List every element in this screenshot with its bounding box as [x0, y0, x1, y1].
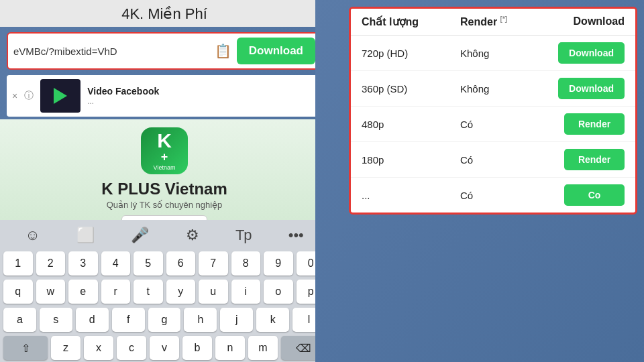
table-row: 360p (SD) Không Download	[351, 71, 635, 107]
table-row: 480p Có Render	[351, 107, 635, 142]
translate-key[interactable]: Тр	[230, 224, 257, 247]
key-f[interactable]: f	[112, 308, 145, 332]
key-h[interactable]: h	[184, 308, 217, 332]
action-360p: Download	[543, 78, 625, 99]
key-8[interactable]: 8	[231, 251, 261, 276]
key-7[interactable]: 7	[199, 251, 228, 276]
app-name: K PLUS Vietnam	[101, 180, 227, 198]
render-extra: Có	[460, 190, 543, 201]
ad-title: Video Facebook	[87, 86, 159, 97]
key-u[interactable]: u	[199, 280, 228, 304]
download-table: Chất lượng Render [*] Download 720p (HD)…	[349, 7, 637, 215]
key-a[interactable]: a	[3, 308, 36, 332]
quality-extra: ...	[362, 190, 460, 201]
key-n[interactable]: n	[215, 336, 245, 360]
app-icon-sub: Vietnam	[154, 164, 176, 171]
quality-360p: 360p (SD)	[362, 83, 460, 95]
action-180p: Render	[543, 149, 625, 170]
key-j[interactable]: j	[220, 308, 253, 332]
key-g[interactable]: g	[148, 308, 181, 332]
key-5[interactable]: 5	[133, 251, 163, 276]
table-row: 720p (HD) Không Download	[351, 36, 635, 71]
keyboard-zxcv-row: ⇧ z x c v b n m ⌫	[0, 334, 329, 362]
key-x[interactable]: x	[84, 336, 113, 360]
quality-480p: 480p	[362, 119, 460, 130]
clipboard-icon[interactable]: 📋	[215, 43, 231, 59]
key-t[interactable]: t	[133, 280, 163, 304]
keyboard-qwerty-row: q w e r t y u i o p	[0, 278, 329, 306]
key-2[interactable]: 2	[36, 251, 66, 276]
download-button-360p[interactable]: Download	[558, 78, 625, 99]
key-1[interactable]: 1	[3, 251, 33, 276]
settings-key[interactable]: ⚙	[180, 224, 205, 247]
render-720p: Không	[460, 48, 543, 59]
download-button-720p[interactable]: Download	[558, 42, 625, 64]
key-y[interactable]: y	[166, 280, 196, 304]
clipboard-key[interactable]: ⬜	[71, 224, 100, 247]
right-panel: Chất lượng Render [*] Download 720p (HD)…	[315, 0, 644, 362]
mic-key[interactable]: 🎤	[125, 224, 154, 247]
action-720p: Download	[543, 42, 625, 64]
close-icon[interactable]: ×	[12, 90, 17, 101]
key-z[interactable]: z	[51, 336, 80, 360]
render-480p: Có	[460, 119, 543, 130]
key-shift[interactable]: ⇧	[3, 336, 48, 360]
key-e[interactable]: e	[68, 280, 98, 304]
key-q[interactable]: q	[3, 280, 33, 304]
render-button-480p[interactable]: Render	[564, 113, 625, 135]
table-header: Chất lượng Render [*] Download	[351, 9, 635, 36]
quality-720p: 720p (HD)	[362, 48, 460, 59]
app-icon-plus: +	[161, 151, 168, 163]
key-r[interactable]: r	[101, 280, 131, 304]
play-icon	[54, 88, 67, 104]
key-b[interactable]: b	[182, 336, 212, 360]
key-c[interactable]: c	[117, 336, 146, 360]
emoji-key[interactable]: ☺	[19, 224, 45, 247]
key-9[interactable]: 9	[264, 251, 293, 276]
render-label: Render	[460, 16, 497, 27]
keyboard: ☺ ⬜ 🎤 ⚙ Тр ••• 1 2 3 4 5 6 7 8 9 0 q w e…	[0, 220, 329, 362]
col-header-render: Render [*]	[460, 15, 543, 28]
top-download-label: Download	[249, 44, 303, 57]
keyboard-number-row: 1 2 3 4 5 6 7 8 9 0	[0, 249, 329, 278]
left-panel: 4K. Miền Phí 📋 Download × ⓘ Video Facebo…	[0, 0, 329, 362]
ad-info: Video Facebook ...	[87, 86, 159, 106]
keyboard-asdf-row: a s d f g h j k l	[0, 306, 329, 334]
keyboard-special-row: ☺ ⬜ 🎤 ⚙ Тр •••	[0, 220, 329, 249]
app-icon-letter: K	[157, 131, 172, 151]
col-header-quality: Chất lượng	[362, 15, 460, 28]
render-button-extra[interactable]: Co	[564, 184, 625, 206]
key-s[interactable]: s	[40, 308, 72, 332]
render-180p: Có	[460, 154, 543, 166]
action-480p: Render	[543, 113, 625, 135]
ad-thumbnail	[40, 79, 80, 113]
key-d[interactable]: d	[76, 308, 109, 332]
page-title: 4K. Miền Phí	[0, 0, 329, 27]
key-k[interactable]: k	[256, 308, 289, 332]
action-extra: Co	[543, 184, 625, 206]
render-note: [*]	[500, 15, 508, 23]
url-input[interactable]	[13, 46, 209, 57]
key-o[interactable]: o	[264, 280, 293, 304]
key-w[interactable]: w	[36, 280, 66, 304]
key-m[interactable]: m	[248, 336, 278, 360]
key-i[interactable]: i	[231, 280, 261, 304]
key-3[interactable]: 3	[68, 251, 98, 276]
app-icon: K + Vietnam	[141, 127, 188, 174]
key-4[interactable]: 4	[101, 251, 131, 276]
col-header-download: Download	[543, 15, 625, 28]
top-download-button[interactable]: Download	[237, 38, 315, 64]
ad-banner: × ⓘ Video Facebook ...	[7, 75, 322, 117]
render-button-180p[interactable]: Render	[564, 149, 625, 170]
ad-subtitle: ...	[87, 97, 159, 106]
info-icon[interactable]: ⓘ	[24, 90, 34, 102]
title-text: 4K. Miền Phí	[121, 5, 207, 22]
table-row: ... Có Co	[351, 178, 635, 213]
key-6[interactable]: 6	[166, 251, 196, 276]
url-bar-wrapper: 📋 Download	[7, 32, 322, 70]
more-key[interactable]: •••	[283, 224, 309, 247]
app-desc: Quản lý TK số chuyên nghiệp	[107, 200, 223, 210]
quality-180p: 180p	[362, 154, 460, 166]
render-360p: Không	[460, 83, 543, 95]
key-v[interactable]: v	[150, 336, 179, 360]
